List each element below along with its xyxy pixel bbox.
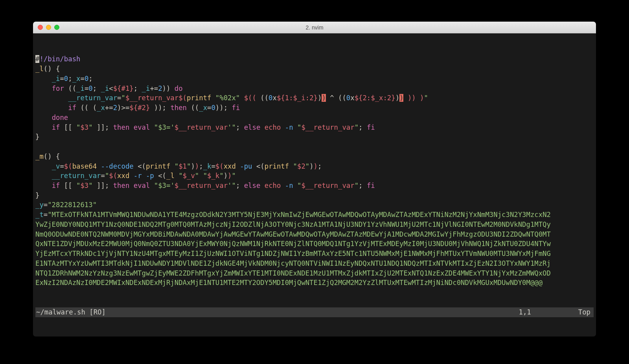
str-evalsuf: '"	[228, 123, 236, 131]
kw-do: do	[175, 85, 183, 92]
kw-if3: if	[52, 182, 60, 189]
cursor: #	[35, 55, 39, 63]
exp-ret2: $__return_var	[175, 123, 228, 131]
num-2b: 2	[113, 104, 117, 112]
str-t-line5: YjEzMTcxYTRkNDc1YjVjNTY1NzU4MTgxMTEyMzI1…	[35, 250, 551, 257]
var-i4: _i	[142, 85, 150, 92]
kw-fi: fi	[232, 104, 240, 112]
zoom-icon[interactable]	[54, 25, 59, 30]
var-v: _v	[52, 162, 60, 170]
close-icon[interactable]	[38, 25, 43, 30]
str-evalpre: "$3='	[154, 123, 175, 131]
str-t-line7: NTQ1ZDRhNWM2NzYzNzg3NzEwMTgwZjEyMWE2ZDFh…	[35, 269, 551, 277]
cmd-xxd: xxd	[224, 162, 236, 170]
call-l: _l	[166, 172, 175, 180]
num-2: 2	[158, 85, 162, 92]
num-0b: 0	[85, 75, 88, 83]
exp-ret3: $__return_var	[301, 123, 354, 131]
exp-slice1: ${1:$_i:2}	[277, 94, 318, 102]
flag-decode: --decode	[101, 162, 134, 170]
str-evalsuf2: '"	[228, 182, 236, 189]
cmd-printf3: printf	[265, 162, 289, 170]
code-area[interactable]: #!/bin/bash _l() { _i=0;_x=0; for ((_i=0…	[35, 54, 594, 288]
match-paren-icon: )	[322, 94, 326, 102]
match-paren-icon-2: )	[399, 94, 403, 102]
status-file: ~/malware.sh [RO]	[36, 307, 106, 317]
exp-hash2: ${#2}	[129, 104, 150, 112]
minimize-icon[interactable]	[46, 25, 51, 30]
traffic-lights	[38, 25, 59, 30]
flag-pu: -pu	[240, 162, 252, 170]
kw-for: for	[52, 85, 64, 92]
status-scroll: Top	[578, 307, 593, 317]
flag-n2: -n	[285, 182, 293, 189]
status-position: 1,1	[519, 307, 578, 317]
cmd-echo2: echo	[265, 182, 281, 189]
str-evalpre2: "$3='	[154, 182, 175, 189]
flag-p: -p	[146, 172, 154, 180]
str-t-line1: "MTExOTFkNTA1MTVmMWQ1NDUwNDA1YTE4MzgzODd…	[48, 211, 551, 219]
exp-2: $2	[297, 162, 305, 170]
str-fmt: "%02x"	[215, 94, 240, 102]
fn-l: _l	[35, 65, 44, 73]
var-ret: __return_var	[68, 94, 117, 102]
shebang: !/bin/bash	[39, 55, 80, 63]
terminal-window: 2. nvim #!/bin/bash _l() { _i=0;_x=0; fo…	[33, 22, 596, 336]
var-t: _t	[35, 211, 44, 219]
str-t-line6: E1NTAzMTYxYzUwMTI3MTdkNjI1NDUwNDY1MDVlND…	[35, 259, 551, 267]
exp-ret5: $__return_var	[301, 182, 354, 189]
exp-slice2: ${2:$_x:2}	[355, 94, 395, 102]
kw-then: then	[170, 104, 187, 112]
var-ret2: __return_var	[52, 172, 101, 180]
var-x2: _x	[97, 104, 105, 112]
num-0d: 0	[211, 104, 215, 112]
kw-eval: eval	[134, 123, 150, 131]
var-i: _i	[52, 75, 60, 83]
exp-hash1: ${#1}	[113, 85, 134, 92]
cmd-printf2: printf	[146, 162, 170, 170]
fn-m: _m	[35, 153, 44, 160]
kw-if2: if	[52, 123, 60, 131]
var-k: _k	[203, 162, 212, 170]
var-y: _y	[35, 201, 44, 209]
exp-3b: $3	[80, 182, 88, 189]
statusbar: ~/malware.sh [RO] 1,1 Top	[35, 307, 594, 317]
var-i3: _i	[101, 85, 109, 92]
kw-then2: then	[113, 123, 130, 131]
exp-ret4: $__return_var	[175, 182, 228, 189]
kw-else: else	[244, 123, 261, 131]
kw-else2: else	[244, 182, 261, 189]
num-0: 0	[64, 75, 68, 83]
kw-fi2: fi	[367, 123, 375, 131]
flag-n: -n	[285, 123, 293, 131]
exp-1: $1	[178, 162, 187, 170]
var-x3: _x	[199, 104, 207, 112]
window-title: 2. nvim	[33, 24, 596, 31]
kw-if: if	[68, 104, 76, 112]
terminal-content[interactable]: #!/bin/bash _l() { _i=0;_x=0; for ((_i=0…	[33, 33, 596, 336]
cmd-base64: base64	[72, 162, 97, 170]
num-0c: 0	[88, 85, 92, 92]
exp-3: $3	[80, 123, 88, 131]
kw-fi3: fi	[367, 182, 375, 189]
str-t-line4: QxNTE1ZDVjMDUxMzE2MWU0MjQ0NmQ0ZTU3NDA0Yj…	[35, 240, 551, 248]
cmd-xxd2: xxd	[117, 172, 129, 180]
cmd-printf: printf	[187, 94, 211, 102]
var-i2: _i	[76, 85, 85, 92]
exp-ret: $__return_var	[125, 94, 178, 102]
kw-then3: then	[113, 182, 130, 189]
cmd-echo: echo	[265, 123, 281, 131]
kw-eval2: eval	[134, 182, 150, 189]
str-t-line3: NmQ0ODUwNDE0NTQ2NWM0MDVjMGYxMDBiMDAwNDA0…	[35, 230, 551, 238]
str-yval: "2822812613"	[48, 201, 97, 209]
str-t-line8: ExNzI2NDAzNzI0MDE2MWIxNDExNDExMjRjNDAxMj…	[35, 279, 543, 287]
str-t-line2: YwZjE0NDY0NDQ1MTY1NzQ0NDE1NDQ2MTg0MTQ0MT…	[35, 221, 551, 228]
titlebar[interactable]: 2. nvim	[33, 22, 596, 33]
flag-r: -r	[134, 172, 142, 180]
kw-done: done	[52, 114, 68, 121]
var-x: _x	[72, 75, 81, 83]
